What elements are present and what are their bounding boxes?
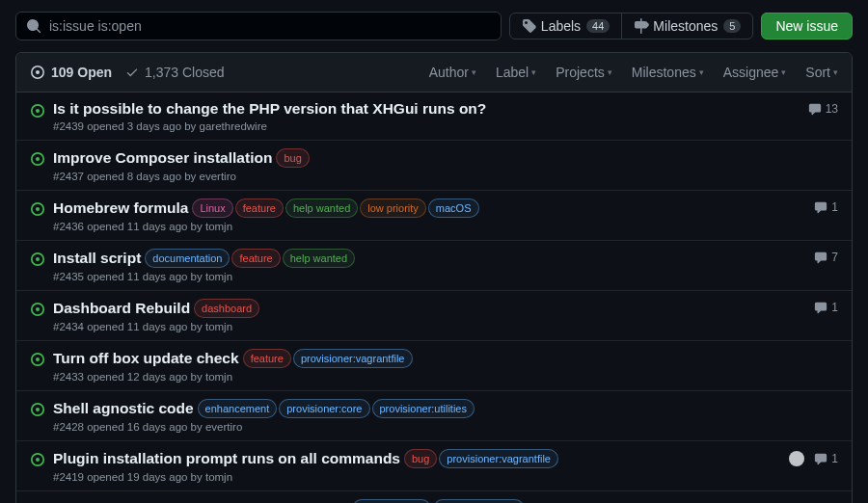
assignee-avatar[interactable]	[789, 451, 804, 466]
issue-label[interactable]: provisioner:vagrantfile	[293, 349, 413, 368]
labels-count: 44	[586, 19, 610, 33]
new-issue-button[interactable]: New issue	[761, 13, 853, 40]
issue-label[interactable]: Linux	[192, 199, 232, 218]
milestone-icon	[634, 18, 649, 34]
issue-open-icon	[30, 201, 45, 217]
comment-icon	[814, 301, 827, 314]
issue-row: Install scriptdocumentationfeaturehelp w…	[16, 240, 852, 290]
issue-label[interactable]: help wanted	[283, 249, 355, 268]
svg-point-13	[36, 357, 40, 361]
closed-issues-tab[interactable]: 1,373 Closed	[125, 65, 225, 80]
issue-meta: #2437 opened 8 days ago by evertiro	[53, 171, 773, 182]
issue-open-icon	[30, 302, 45, 317]
issue-meta: #2439 opened 3 days ago by garethredwire	[53, 120, 773, 132]
filter-projects[interactable]: Projects▾	[556, 65, 612, 80]
issue-meta: #2436 opened 11 days ago by tomjn	[53, 221, 773, 232]
comment-icon	[814, 452, 827, 465]
issue-right: 1	[780, 199, 838, 214]
issue-meta: #2419 opened 19 days ago by tomjn	[53, 471, 773, 483]
comment-count[interactable]: 1	[814, 200, 838, 214]
issue-right: 1	[780, 449, 838, 466]
check-icon	[125, 66, 139, 79]
labels-milestones-group: Labels 44 Milestones 5	[509, 13, 754, 40]
issue-main: Dashboard Rebuilddashboard#2434 opened 1…	[53, 299, 773, 332]
issue-open-icon	[30, 402, 45, 417]
issue-label[interactable]: documentation	[145, 249, 230, 268]
issue-main: Command/function to turn off file loggin…	[53, 499, 773, 503]
issue-label[interactable]: bug	[276, 148, 309, 168]
issues-search[interactable]	[15, 12, 502, 40]
milestones-label: Milestones	[653, 18, 718, 34]
issue-label[interactable]: feature	[243, 349, 291, 368]
search-icon	[26, 18, 41, 34]
issue-label[interactable]: bug	[404, 449, 437, 468]
issue-title[interactable]: Install script	[53, 250, 141, 266]
issue-label[interactable]: help wanted	[285, 199, 358, 218]
issue-meta: #2433 opened 12 days ago by tomjn	[53, 371, 773, 383]
issue-right: 7	[780, 249, 838, 264]
svg-point-1	[36, 70, 40, 74]
issue-title[interactable]: Turn off box update check	[53, 350, 239, 366]
issue-main: Plugin installation prompt runs on all c…	[53, 449, 773, 483]
issue-label[interactable]: enhancement	[352, 499, 432, 503]
issue-title[interactable]: Homebrew formula	[53, 199, 188, 216]
filter-sort[interactable]: Sort▾	[805, 65, 838, 80]
issue-title[interactable]: Dashboard Rebuild	[53, 300, 190, 316]
issue-label[interactable]: feature	[235, 199, 284, 218]
issue-row: Plugin installation prompt runs on all c…	[16, 440, 852, 490]
issue-label[interactable]: provisioner:utilities	[372, 399, 475, 418]
issue-row: Shell agnostic codeenhancementprovisione…	[16, 390, 852, 440]
filter-label[interactable]: Label▾	[496, 65, 536, 80]
svg-point-5	[36, 157, 40, 161]
milestones-count: 5	[723, 19, 741, 33]
issue-title[interactable]: Plugin installation prompt runs on all c…	[53, 450, 400, 466]
svg-point-17	[36, 458, 40, 462]
issue-label[interactable]: provisioner:core	[279, 399, 369, 418]
issue-label[interactable]: low priority	[360, 199, 426, 218]
issue-main: Improve Composer installationbug#2437 op…	[53, 148, 773, 182]
issue-label[interactable]: provisioner:vagrantfile	[439, 449, 558, 468]
issues-panel-header: 109 Open 1,373 Closed Author▾ Label▾ Pro…	[16, 53, 852, 93]
issue-meta: #2435 opened 11 days ago by tomjn	[53, 271, 773, 282]
issue-title[interactable]: Improve Composer installation	[53, 149, 272, 166]
issue-meta: #2428 opened 16 days ago by evertiro	[53, 421, 773, 433]
issue-main: Shell agnostic codeenhancementprovisione…	[53, 399, 773, 433]
issue-title[interactable]: Shell agnostic code	[53, 400, 194, 416]
filter-assignee[interactable]: Assignee▾	[723, 65, 787, 80]
issues-search-input[interactable]	[47, 17, 491, 35]
issue-right	[780, 499, 838, 501]
issue-label[interactable]: macOS	[428, 199, 479, 218]
issue-meta: #2434 opened 11 days ago by tomjn	[53, 321, 773, 332]
issue-title[interactable]: Is it possible to change the PHP version…	[53, 100, 486, 117]
milestones-button[interactable]: Milestones 5	[621, 13, 752, 39]
issue-row: Dashboard Rebuilddashboard#2434 opened 1…	[16, 290, 852, 340]
filter-milestones[interactable]: Milestones▾	[632, 65, 704, 80]
issue-label[interactable]: enhancement	[198, 399, 278, 418]
issue-main: Turn off box update checkfeatureprovisio…	[53, 349, 773, 383]
issue-row: Command/function to turn off file loggin…	[16, 490, 852, 503]
comment-count[interactable]: 13	[808, 102, 838, 116]
issue-right	[780, 148, 838, 150]
issue-open-icon	[30, 452, 45, 467]
issue-open-icon	[30, 352, 45, 367]
issue-right	[780, 399, 838, 401]
issue-label[interactable]: dashboard	[194, 299, 259, 318]
issue-filters: Author▾ Label▾ Projects▾ Milestones▾ Ass…	[429, 65, 838, 80]
labels-button[interactable]: Labels 44	[510, 13, 622, 39]
comment-count[interactable]: 1	[814, 452, 838, 465]
closed-count-text: 1,373 Closed	[145, 65, 225, 80]
issues-list: Is it possible to change the PHP version…	[16, 93, 852, 503]
issue-right	[780, 349, 838, 351]
filter-author[interactable]: Author▾	[429, 65, 476, 80]
svg-point-7	[36, 207, 40, 211]
issue-label[interactable]: provisioner:core	[433, 499, 524, 503]
open-issues-tab[interactable]: 109 Open	[30, 65, 112, 80]
issues-top-row: Labels 44 Milestones 5 New issue	[15, 12, 853, 40]
comment-count[interactable]: 7	[814, 251, 838, 264]
issue-label[interactable]: feature	[231, 249, 280, 268]
tag-icon	[522, 18, 537, 34]
comment-icon	[814, 200, 827, 214]
svg-point-3	[36, 109, 40, 113]
issue-right: 1	[780, 299, 838, 314]
comment-count[interactable]: 1	[814, 301, 838, 314]
